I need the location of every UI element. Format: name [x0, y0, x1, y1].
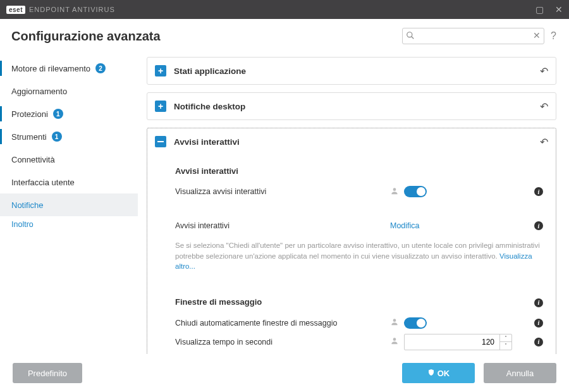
sidebar-item-label: Inoltro — [11, 220, 34, 229]
app-name: ENDPOINT ANTIVIRUS — [29, 6, 115, 13]
svg-point-0 — [407, 32, 412, 37]
panel-header-app-states[interactable]: + Stati applicazione ↶ — [147, 58, 556, 84]
titlebar: eset ENDPOINT ANTIVIRUS ▢ ✕ — [0, 0, 569, 19]
row-label: Visualizza avvisi interattivi — [175, 187, 390, 196]
page-title: Configurazione avanzata — [11, 29, 161, 44]
svg-point-2 — [393, 188, 396, 191]
info-icon[interactable]: i — [534, 337, 543, 346]
sidebar-item-label: Aggiornamento — [11, 87, 67, 96]
footer: Predefinito OK Annulla — [0, 354, 569, 392]
spinner-up-icon[interactable]: ˄ — [500, 334, 511, 342]
sidebar-item-ui[interactable]: Interfaccia utente — [0, 171, 138, 193]
row-auto-close-windows: Chiudi automaticamente finestre di messa… — [175, 314, 543, 333]
sidebar-badge: 1 — [53, 109, 63, 119]
user-icon — [390, 317, 399, 328]
info-icon[interactable]: i — [534, 187, 543, 197]
sidebar-item-connectivity[interactable]: Connettività — [0, 148, 138, 171]
svg-point-4 — [393, 338, 396, 341]
sidebar-item-tools[interactable]: Strumenti 1 — [0, 125, 138, 148]
info-icon[interactable]: i — [534, 297, 543, 307]
row-label: Chiudi automaticamente finestre di messa… — [175, 319, 390, 328]
default-button[interactable]: Predefinito — [13, 363, 82, 383]
info-icon[interactable]: i — [534, 318, 543, 328]
sidebar-item-label: Connettività — [11, 155, 55, 164]
row-label: Avvisi interattivi — [175, 221, 390, 230]
user-icon — [390, 336, 399, 347]
undo-icon[interactable]: ↶ — [540, 65, 548, 77]
logo-badge: eset — [6, 6, 25, 14]
panel-title: Avvisi interattivi — [174, 137, 240, 147]
description-text: Se si seleziona "Chiedi all'utente" per … — [175, 240, 543, 272]
window-controls: ▢ ✕ — [535, 4, 563, 15]
sidebar-item-forwarding[interactable]: Inoltro — [0, 216, 138, 233]
panel-title: Notifiche desktop — [174, 102, 245, 111]
sidebar-item-notifications[interactable]: Notifiche — [0, 193, 138, 216]
cancel-button[interactable]: Annulla — [484, 363, 556, 383]
seconds-input[interactable] — [405, 338, 499, 346]
sidebar-item-detection-engine[interactable]: Motore di rilevamento 2 — [0, 57, 138, 80]
panel-interactive-alerts: Avvisi interattivi ↶ Avvisi interattivi … — [147, 128, 556, 368]
row-label: Visualizza tempo in secondi — [175, 338, 390, 346]
edit-link[interactable]: Modifica — [390, 221, 420, 230]
undo-icon[interactable]: ↶ — [540, 136, 548, 148]
clear-search-icon[interactable]: ✕ — [533, 30, 541, 40]
panel-app-states: + Stati applicazione ↶ — [147, 57, 556, 85]
info-icon[interactable]: i — [534, 221, 543, 231]
sidebar-badge: 2 — [95, 63, 106, 73]
undo-icon[interactable]: ↶ — [540, 101, 548, 113]
sidebar-badge: 1 — [52, 132, 62, 142]
row-display-time: Visualizza tempo in secondi ˄ ˅ — [175, 333, 543, 352]
toggle-show-alerts[interactable] — [404, 186, 427, 197]
expand-icon: + — [155, 101, 166, 112]
panel-body: Avvisi interattivi Visualizza avvisi int… — [147, 155, 556, 368]
sidebar-item-label: Protezioni — [11, 109, 48, 119]
close-icon[interactable]: ✕ — [555, 4, 563, 15]
section-title-message-windows: Finestre di messaggio i — [175, 297, 543, 307]
search-icon — [406, 31, 415, 42]
shield-icon — [427, 369, 435, 378]
sidebar-item-label: Notifiche — [11, 200, 44, 210]
spinner-down-icon[interactable]: ˅ — [500, 342, 511, 350]
panel-header-interactive-alerts[interactable]: Avvisi interattivi ↶ — [147, 128, 556, 155]
expand-icon: + — [155, 65, 166, 77]
help-icon[interactable]: ? — [551, 30, 556, 42]
user-icon — [390, 187, 399, 197]
search-input[interactable] — [402, 28, 544, 44]
header: Configurazione avanzata ✕ ? — [0, 19, 569, 53]
panel-header-desktop-notifications[interactable]: + Notifiche desktop ↶ — [147, 93, 556, 119]
app-logo: eset ENDPOINT ANTIVIRUS — [6, 6, 115, 14]
sidebar-item-update[interactable]: Aggiornamento — [0, 80, 138, 102]
maximize-icon[interactable]: ▢ — [535, 4, 544, 15]
sidebar-item-label: Motore di rilevamento — [11, 64, 90, 73]
section-title-interactive-alerts: Avvisi interattivi — [175, 166, 543, 176]
search-box: ✕ — [402, 28, 544, 44]
sidebar-item-label: Interfaccia utente — [11, 178, 75, 187]
toggle-auto-close[interactable] — [404, 317, 427, 329]
seconds-spinner: ˄ ˅ — [404, 334, 512, 350]
svg-point-3 — [393, 319, 396, 322]
content-area: + Stati applicazione ↶ + Notifiche deskt… — [138, 53, 569, 368]
sidebar-item-label: Strumenti — [11, 132, 47, 142]
panel-title: Stati applicazione — [174, 66, 246, 76]
collapse-icon — [155, 136, 166, 147]
row-show-interactive-alerts: Visualizza avvisi interattivi i — [175, 182, 543, 201]
svg-line-1 — [412, 37, 414, 39]
sidebar-item-protections[interactable]: Protezioni 1 — [0, 102, 138, 125]
ok-button[interactable]: OK — [402, 363, 475, 383]
panel-desktop-notifications: + Notifiche desktop ↶ — [147, 92, 556, 120]
sidebar: Motore di rilevamento 2 Aggiornamento Pr… — [0, 53, 138, 368]
row-interactive-alerts-edit: Avvisi interattivi Modifica i — [175, 216, 543, 235]
